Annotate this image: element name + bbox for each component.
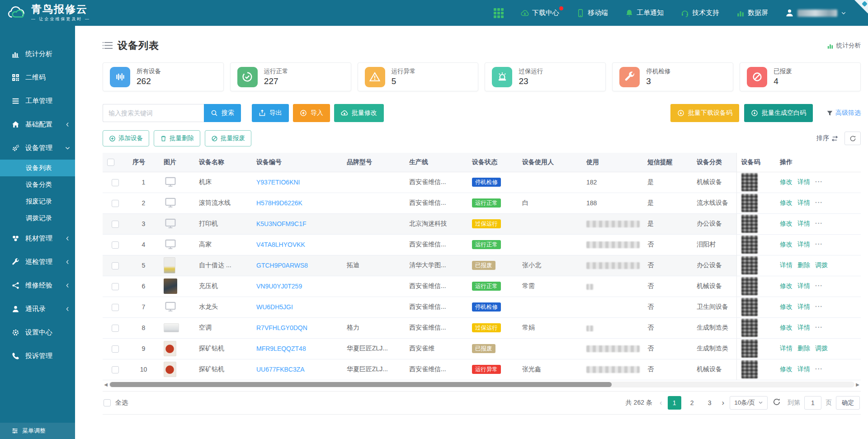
menu-adjust-button[interactable]: 菜单调整 xyxy=(0,423,75,439)
device-code-link[interactable]: MFR9LEQQZT48 xyxy=(256,345,306,352)
row-checkbox[interactable] xyxy=(112,325,119,332)
device-qr-code[interactable] xyxy=(741,194,758,212)
header-checkbox[interactable] xyxy=(107,159,114,166)
edit-action[interactable]: 修改 xyxy=(780,241,793,248)
sidebar-item-contacts[interactable]: 通讯录 xyxy=(0,297,75,321)
scrollbar-track[interactable] xyxy=(109,382,854,387)
search-button[interactable]: 搜索 xyxy=(204,104,241,122)
export-button[interactable]: 导出 xyxy=(252,104,289,122)
detail-action[interactable]: 详情 xyxy=(797,178,810,185)
select-all[interactable]: 全选 xyxy=(104,399,128,407)
sidebar-item-repair-experience[interactable]: 维修经验 xyxy=(0,274,75,297)
edit-action[interactable]: 修改 xyxy=(780,365,793,373)
user-menu[interactable] xyxy=(785,9,846,17)
device-qr-code[interactable] xyxy=(741,360,758,378)
apps-grid-icon[interactable] xyxy=(494,8,504,18)
device-code-link[interactable]: K5U3NOFM9C1F xyxy=(256,220,306,227)
prev-page-button[interactable]: ‹ xyxy=(658,398,664,407)
detail-action[interactable]: 详情 xyxy=(797,365,810,373)
device-qr-code[interactable] xyxy=(741,319,758,337)
batch-delete-button[interactable]: 批量删除 xyxy=(154,130,200,146)
edit-action[interactable]: 修改 xyxy=(780,178,793,185)
edit-action[interactable]: 修改 xyxy=(780,324,793,331)
device-qr-code[interactable] xyxy=(741,340,758,358)
detail-action[interactable]: 详情 xyxy=(780,345,793,352)
sidebar-item-consumables-mgmt[interactable]: 耗材管理 xyxy=(0,227,75,250)
scrollbar-thumb[interactable] xyxy=(110,382,612,387)
sidebar-item-stats-analysis[interactable]: 统计分析 xyxy=(0,42,75,66)
detail-action[interactable]: 详情 xyxy=(797,220,810,227)
more-actions-button[interactable]: ··· xyxy=(815,365,823,373)
device-code-link[interactable]: GTCH9P0ARWS8 xyxy=(256,262,308,269)
import-button[interactable]: 导入 xyxy=(293,104,330,122)
device-code-link[interactable]: Y937ETIO6KNI xyxy=(256,179,300,186)
more-actions-button[interactable]: ··· xyxy=(815,324,823,331)
device-code-link[interactable]: H578H9D6226K xyxy=(256,199,302,207)
detail-action[interactable]: 详情 xyxy=(797,303,810,310)
nav-work-order-notice[interactable]: 工单通知 xyxy=(625,9,664,17)
search-input[interactable] xyxy=(103,104,204,122)
row-checkbox[interactable] xyxy=(112,262,119,269)
stats-analysis-link[interactable]: 统计分析 xyxy=(827,42,861,50)
scroll-right-arrow-icon[interactable]: ▶ xyxy=(854,382,861,387)
more-actions-button[interactable]: ··· xyxy=(815,241,823,248)
sidebar-item-settings-center[interactable]: 设置中心 xyxy=(0,321,75,344)
sidebar-item-work-order-mgmt[interactable]: 工单管理 xyxy=(0,89,75,113)
delete-action[interactable]: 删除 xyxy=(797,345,810,352)
device-code-link[interactable]: UU677FKBC3ZA xyxy=(256,366,305,373)
corner-ribbon[interactable] xyxy=(854,0,868,14)
refresh-button[interactable] xyxy=(844,132,861,145)
sidebar-subitem-device-category[interactable]: 设备分类 xyxy=(0,176,75,193)
pagination-refresh-icon[interactable] xyxy=(773,398,783,408)
scroll-left-arrow-icon[interactable]: ◀ xyxy=(103,382,109,387)
more-actions-button[interactable]: ··· xyxy=(815,199,823,206)
sidebar-subitem-transfer-records[interactable]: 调拨记录 xyxy=(0,210,75,227)
goto-confirm-button[interactable]: 确定 xyxy=(836,396,860,410)
delete-action[interactable]: 删除 xyxy=(797,261,810,269)
device-code-link[interactable]: VN9U0YJ0T259 xyxy=(256,283,302,290)
batch-download-codes-button[interactable]: 批量下载设备码 xyxy=(670,104,739,122)
more-actions-button[interactable]: ··· xyxy=(815,178,823,185)
nav-download-center[interactable]: 下载中心 xyxy=(521,9,559,17)
sidebar-item-qr-code[interactable]: 二维码 xyxy=(0,66,75,89)
device-qr-code[interactable] xyxy=(741,173,758,191)
select-all-checkbox[interactable] xyxy=(104,399,111,406)
sidebar-subitem-scrap-records[interactable]: 报废记录 xyxy=(0,193,75,210)
batch-edit-button[interactable]: 批量修改 xyxy=(334,104,384,122)
more-actions-button[interactable]: ··· xyxy=(815,282,823,289)
sidebar-item-inspection-mgmt[interactable]: 巡检管理 xyxy=(0,250,75,274)
device-qr-code[interactable] xyxy=(741,236,758,254)
page-number-3[interactable]: 3 xyxy=(703,396,717,410)
row-checkbox[interactable] xyxy=(112,283,119,290)
edit-action[interactable]: 修改 xyxy=(780,220,793,227)
nav-tech-support[interactable]: 技术支持 xyxy=(681,9,719,17)
horizontal-scrollbar[interactable]: ◀ ▶ xyxy=(103,381,861,388)
device-code-link[interactable]: WU6DH5JGI xyxy=(256,303,293,311)
sidebar-item-complaint-mgmt[interactable]: 投诉管理 xyxy=(0,344,75,368)
device-qr-code[interactable] xyxy=(741,215,758,233)
detail-action[interactable]: 详情 xyxy=(797,282,810,289)
nav-mobile-app[interactable]: 移动端 xyxy=(576,9,608,17)
more-actions-button[interactable]: ··· xyxy=(815,303,823,310)
sort-toggle[interactable]: 排序 xyxy=(816,134,838,142)
page-size-select[interactable]: 10条/页 xyxy=(730,396,768,410)
transfer-action[interactable]: 调拨 xyxy=(815,261,828,269)
more-actions-button[interactable]: ··· xyxy=(815,220,823,227)
device-code-link[interactable]: V4TA8LHYOVKK xyxy=(256,241,305,248)
nav-data-screen[interactable]: 数据屏 xyxy=(736,9,768,17)
row-checkbox[interactable] xyxy=(112,179,119,186)
detail-action[interactable]: 详情 xyxy=(797,324,810,331)
row-checkbox[interactable] xyxy=(112,345,119,353)
device-code-link[interactable]: R7VFHLGY0DQN xyxy=(256,324,307,331)
detail-action[interactable]: 详情 xyxy=(797,241,810,248)
transfer-action[interactable]: 调拨 xyxy=(815,345,828,352)
row-checkbox[interactable] xyxy=(112,221,119,228)
batch-generate-codes-button[interactable]: 批量生成空白码 xyxy=(744,104,813,122)
row-checkbox[interactable] xyxy=(112,241,119,249)
sidebar-subitem-device-list[interactable]: 设备列表 xyxy=(0,160,75,176)
advanced-filter-link[interactable]: 高级筛选 xyxy=(826,109,861,117)
edit-action[interactable]: 修改 xyxy=(780,303,793,310)
goto-page-input[interactable] xyxy=(804,396,821,410)
add-device-button[interactable]: 添加设备 xyxy=(103,130,149,146)
sidebar-item-device-mgmt[interactable]: 设备管理 xyxy=(0,136,75,160)
